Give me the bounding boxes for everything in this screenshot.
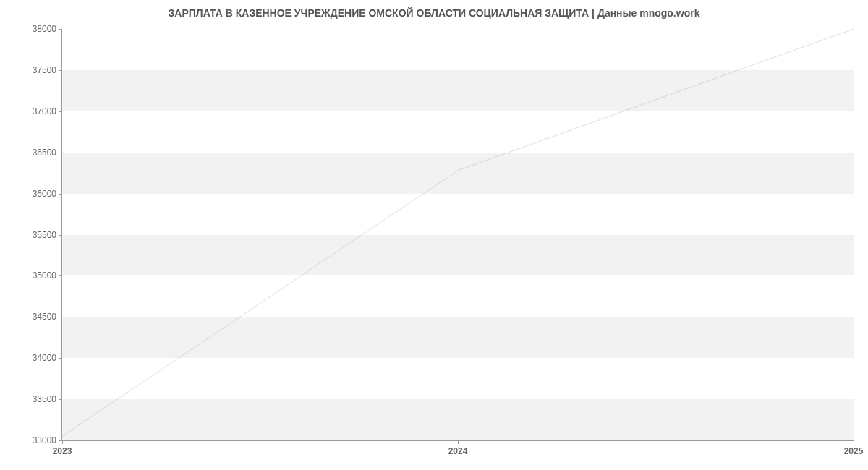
series-line <box>62 29 854 436</box>
y-tick-label: 33500 <box>33 394 56 404</box>
x-tick-label: 2023 <box>53 446 72 456</box>
chart-container: ЗАРПЛАТА В КАЗЕННОЕ УЧРЕЖДЕНИЕ ОМСКОЙ ОБ… <box>0 0 868 470</box>
y-tick-label: 36500 <box>33 148 56 158</box>
y-tick-label: 37000 <box>33 106 56 116</box>
data-line <box>62 29 854 440</box>
x-tick-mark <box>854 440 854 444</box>
y-tick-label: 33000 <box>33 435 56 445</box>
x-tick-mark <box>62 440 63 444</box>
x-tick-label: 2024 <box>448 446 468 456</box>
plot-area: 3300033500340003450035000355003600036500… <box>61 29 854 441</box>
y-tick-label: 38000 <box>33 24 56 34</box>
y-tick-label: 36000 <box>33 189 56 199</box>
chart-title: ЗАРПЛАТА В КАЗЕННОЕ УЧРЕЖДЕНИЕ ОМСКОЙ ОБ… <box>0 0 868 22</box>
y-tick-label: 35000 <box>33 270 56 281</box>
y-tick-label: 37500 <box>33 65 56 75</box>
y-tick-label: 34500 <box>33 312 56 322</box>
x-tick-mark <box>458 440 459 444</box>
y-tick-label: 35500 <box>33 230 56 240</box>
y-tick-label: 34000 <box>33 353 56 363</box>
x-tick-label: 2025 <box>844 446 864 456</box>
